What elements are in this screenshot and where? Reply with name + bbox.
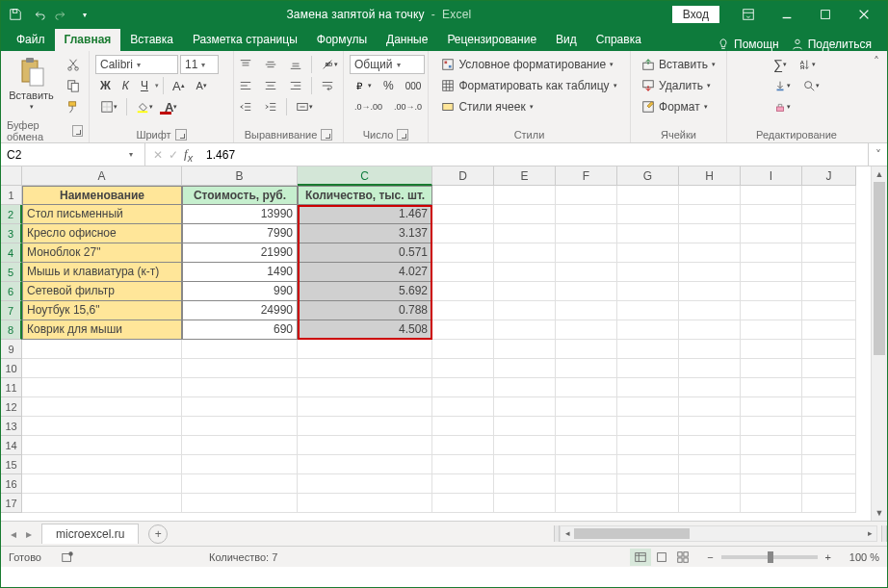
insert-cells-button[interactable]: Вставить▾: [637, 55, 720, 74]
merge-center-icon[interactable]: ▾: [291, 97, 318, 116]
cell[interactable]: [679, 301, 741, 320]
ribbon-tab-справка[interactable]: Справка: [587, 29, 651, 51]
cell[interactable]: [182, 436, 298, 455]
cell[interactable]: [298, 436, 432, 455]
cell[interactable]: [741, 455, 802, 474]
cell[interactable]: [679, 263, 741, 282]
alignment-dialog-launcher-icon[interactable]: [321, 129, 332, 141]
cell[interactable]: [802, 455, 856, 474]
row-header[interactable]: 14: [1, 436, 22, 455]
row-header[interactable]: 8: [1, 320, 22, 340]
cell[interactable]: 5.692: [298, 282, 432, 301]
cell[interactable]: [182, 397, 298, 417]
cell[interactable]: [556, 417, 617, 436]
cell[interactable]: [679, 378, 741, 397]
zoom-in-icon[interactable]: +: [822, 551, 835, 563]
cell[interactable]: [22, 340, 182, 359]
qat-customize-icon[interactable]: ▾: [74, 4, 95, 25]
cell[interactable]: 1490: [182, 263, 298, 282]
format-as-table-button[interactable]: Форматировать как таблицу▾: [436, 76, 621, 95]
macro-record-icon[interactable]: [61, 550, 74, 564]
cell[interactable]: Мышь и клавиатура (к-т): [22, 263, 182, 282]
cell[interactable]: [802, 378, 856, 397]
cell[interactable]: [802, 417, 856, 436]
cell[interactable]: [494, 494, 556, 513]
cell[interactable]: [494, 417, 556, 436]
cell[interactable]: [741, 340, 802, 359]
ribbon-tab-вставка[interactable]: Вставка: [120, 29, 183, 51]
cell[interactable]: [556, 186, 617, 205]
increase-decimal-icon[interactable]: .0→.00: [350, 97, 387, 116]
cell[interactable]: [298, 494, 432, 513]
autosum-icon[interactable]: ∑▾: [769, 55, 792, 74]
maximize-icon[interactable]: [806, 1, 845, 28]
cell[interactable]: [741, 378, 802, 397]
cell[interactable]: [617, 263, 679, 282]
ribbon-tab-разметка страницы[interactable]: Разметка страницы: [183, 29, 307, 51]
row-header[interactable]: 16: [1, 474, 22, 494]
row-header[interactable]: 13: [1, 417, 22, 436]
normal-view-icon[interactable]: [630, 549, 651, 566]
ribbon-options-icon[interactable]: [729, 1, 768, 28]
font-name-combo[interactable]: Calibri▾: [95, 55, 178, 74]
cell[interactable]: [494, 263, 556, 282]
bold-button[interactable]: Ж: [95, 76, 116, 95]
clear-icon[interactable]: ▾: [769, 97, 796, 116]
zoom-out-icon[interactable]: −: [703, 551, 717, 563]
cell[interactable]: [617, 417, 679, 436]
scroll-down-icon[interactable]: ▼: [872, 505, 887, 521]
cell[interactable]: [617, 474, 679, 494]
cell[interactable]: [741, 320, 802, 340]
cell[interactable]: [432, 282, 494, 301]
cell[interactable]: [432, 359, 494, 378]
cell[interactable]: Количество, тыс. шт.: [298, 186, 432, 205]
cell[interactable]: [22, 455, 182, 474]
signin-button[interactable]: Вход: [672, 6, 719, 23]
cell[interactable]: [432, 243, 494, 263]
scroll-up-icon[interactable]: ▲: [872, 166, 887, 182]
cell[interactable]: [679, 417, 741, 436]
cell[interactable]: 3.137: [298, 224, 432, 243]
cell[interactable]: [494, 224, 556, 243]
align-center-icon[interactable]: [259, 76, 282, 95]
row-header[interactable]: 1: [1, 186, 22, 205]
cell[interactable]: [741, 494, 802, 513]
cell[interactable]: [802, 301, 856, 320]
cell[interactable]: 990: [182, 282, 298, 301]
cell[interactable]: [617, 359, 679, 378]
cell[interactable]: [617, 397, 679, 417]
page-break-view-icon[interactable]: [672, 549, 693, 566]
cell[interactable]: [617, 224, 679, 243]
cell[interactable]: [432, 474, 494, 494]
cell[interactable]: [679, 455, 741, 474]
zoom-level[interactable]: 100 %: [839, 551, 879, 563]
sheet-nav-next-icon[interactable]: ▸: [22, 527, 36, 541]
cell[interactable]: [802, 224, 856, 243]
cell[interactable]: [22, 436, 182, 455]
accounting-format-icon[interactable]: ₽▾: [350, 76, 377, 95]
align-bottom-icon[interactable]: [284, 55, 307, 74]
cell[interactable]: [494, 243, 556, 263]
cell[interactable]: 4.508: [298, 320, 432, 340]
cell-styles-button[interactable]: Стили ячеек▾: [436, 97, 537, 116]
ribbon-tab-главная[interactable]: Главная: [55, 29, 121, 51]
cell[interactable]: 4.027: [298, 263, 432, 282]
cell[interactable]: [741, 205, 802, 224]
cell[interactable]: [432, 205, 494, 224]
align-top-icon[interactable]: [234, 55, 257, 74]
cell[interactable]: [741, 436, 802, 455]
cell[interactable]: [494, 320, 556, 340]
row-header[interactable]: 17: [1, 494, 22, 513]
cell[interactable]: [802, 359, 856, 378]
cell[interactable]: [556, 224, 617, 243]
cell[interactable]: [556, 397, 617, 417]
horizontal-scrollbar[interactable]: ◂ ▸: [560, 525, 877, 542]
cell[interactable]: [298, 359, 432, 378]
column-header[interactable]: B: [182, 166, 298, 186]
cell-grid[interactable]: НаименованиеСтоимость, руб.Количество, т…: [22, 186, 856, 513]
paste-button[interactable]: Вставить ▾: [5, 55, 58, 113]
row-header[interactable]: 4: [1, 243, 22, 263]
cell[interactable]: 0.571: [298, 243, 432, 263]
vertical-scrollbar[interactable]: ▲ ▼: [871, 166, 887, 521]
cell[interactable]: [802, 320, 856, 340]
